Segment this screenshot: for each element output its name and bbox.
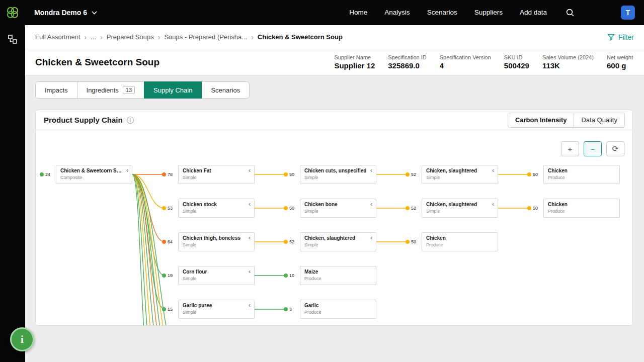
score-dot: [406, 172, 410, 176]
collapse-chevron-icon[interactable]: ‹: [370, 201, 372, 207]
zoom-controls: +−⟳: [561, 141, 624, 156]
node-score: 24: [40, 172, 50, 177]
supply-node-cuts[interactable]: 50Chicken cuts, unspecifiedSimple‹: [300, 165, 376, 184]
node-title: Chicken & Sweetcorn Soup: [60, 168, 128, 173]
supply-chain-diagram: 24Chicken & Sweetcorn SoupComposite‹78Ch…: [36, 130, 632, 325]
supply-node-cornflour[interactable]: 19Corn flourSimple‹: [178, 266, 255, 285]
supply-node-bone[interactable]: 50Chicken boneSimple‹: [300, 199, 376, 218]
supply-node-chicken-c4b[interactable]: 50ChickenProduce: [543, 199, 620, 218]
score-value: 52: [411, 206, 416, 211]
collapse-chevron-icon[interactable]: ‹: [370, 235, 372, 241]
toggle-data-quality[interactable]: Data Quality: [574, 113, 625, 128]
filter-button[interactable]: Filter: [607, 33, 634, 41]
score-value: 53: [168, 206, 173, 211]
breadcrumb-separator: ›: [158, 33, 160, 41]
nav-suppliers[interactable]: Suppliers: [466, 0, 511, 25]
meta-value: 500429: [504, 61, 529, 70]
node-score: 53: [162, 206, 173, 211]
node-title: Chicken: [548, 202, 615, 207]
tab-impacts[interactable]: Impacts: [35, 81, 77, 99]
supply-node-thigh[interactable]: 64Chicken thigh, bonelessSimple‹: [178, 232, 255, 251]
tab-scenarios[interactable]: Scenarios: [201, 81, 250, 99]
collapse-chevron-icon[interactable]: ‹: [126, 167, 128, 173]
node-score: 19: [162, 273, 173, 278]
org-switcher[interactable]: Mondra Demo 6: [34, 9, 97, 17]
supply-node-garlicpuree[interactable]: 15Garlic pureeSimple‹: [178, 300, 255, 319]
supply-node-stock[interactable]: 53Chicken stockSimple‹: [178, 199, 255, 218]
panel-title: Product Supply Chain: [44, 116, 123, 124]
collapse-chevron-icon[interactable]: ‹: [249, 167, 251, 173]
tab-ingredients[interactable]: Ingredients13: [77, 81, 145, 99]
breadcrumb-item-chicken-sweetcorn-soup: Chicken & Sweetcorn Soup: [258, 33, 343, 41]
node-subtitle: Simple: [183, 276, 250, 281]
tab-supply-chain[interactable]: Supply Chain: [144, 81, 202, 99]
score-dot: [406, 206, 410, 210]
node-title: Garlic puree: [183, 303, 250, 308]
node-title: Chicken: [548, 168, 615, 173]
score-dot: [162, 274, 166, 278]
chevron-down-icon: [92, 11, 97, 15]
node-subtitle: Simple: [183, 242, 250, 247]
reset-view-button[interactable]: ⟳: [606, 141, 624, 156]
supply-node-soup[interactable]: 24Chicken & Sweetcorn SoupComposite‹: [56, 165, 132, 184]
meta-sales-volume-2024: Sales Volume (2024)113K: [542, 54, 594, 70]
score-dot: [284, 206, 288, 210]
info-button[interactable]: i: [10, 327, 34, 351]
supply-node-fat[interactable]: 78Chicken FatSimple‹: [178, 165, 255, 184]
breadcrumb-bar: Full Assortment›...›Prepared Soups›Soups…: [25, 25, 644, 49]
collapse-chevron-icon[interactable]: ‹: [492, 201, 494, 207]
score-dot: [527, 206, 531, 210]
supply-node-chicken-c3[interactable]: 50ChickenProduce: [422, 232, 498, 251]
info-icon: i: [21, 333, 24, 346]
score-dot: [40, 172, 44, 176]
nav-home[interactable]: Home: [341, 0, 376, 25]
supply-node-slaughtered-c3b[interactable]: 52Chicken, slaughteredSimple‹: [422, 199, 498, 218]
node-score: 78: [162, 172, 173, 177]
score-value: 52: [289, 239, 294, 244]
node-subtitle: Produce: [304, 276, 372, 281]
breadcrumb-item-[interactable]: ...: [91, 33, 96, 41]
meta-label: Specification ID: [388, 54, 426, 60]
search-button[interactable]: [558, 8, 582, 17]
meta-label: Net weight: [607, 54, 633, 60]
supply-node-garlic[interactable]: 3GarlicProduce: [300, 300, 376, 319]
nav-scenarios[interactable]: Scenarios: [419, 0, 466, 25]
collapse-chevron-icon[interactable]: ‹: [370, 167, 372, 173]
nav-analysis[interactable]: Analysis: [376, 0, 418, 25]
nav-add-data[interactable]: Add data: [511, 0, 555, 25]
edge: [132, 174, 165, 309]
user-avatar[interactable]: T: [621, 6, 635, 20]
collapse-chevron-icon[interactable]: ‹: [249, 201, 251, 207]
zoom-out-button[interactable]: −: [584, 141, 602, 156]
supply-node-slaughtered-c3a[interactable]: 52Chicken, slaughteredSimple‹: [422, 165, 498, 184]
panel-header: Product Supply Chain ⓘ Carbon IntensityD…: [36, 110, 632, 130]
supply-node-maize[interactable]: 10MaizeProduce: [300, 266, 376, 285]
node-title: Chicken cuts, unspecified: [304, 168, 372, 173]
collapse-chevron-icon[interactable]: ‹: [249, 302, 251, 308]
score-dot: [162, 172, 166, 176]
breadcrumb-item-prepared-soups[interactable]: Prepared Soups: [107, 33, 154, 41]
org-name: Mondra Demo 6: [34, 9, 87, 17]
app-logo[interactable]: [0, 0, 25, 25]
node-score: 15: [162, 307, 173, 312]
zoom-in-button[interactable]: +: [561, 141, 579, 156]
breadcrumb-item-full-assortment[interactable]: Full Assortment: [35, 33, 80, 41]
collapse-chevron-icon[interactable]: ‹: [249, 268, 251, 275]
sidebar-item-hierarchy[interactable]: [0, 32, 25, 46]
node-subtitle: Produce: [304, 310, 372, 315]
node-score: 64: [162, 239, 173, 244]
hierarchy-icon: [7, 34, 18, 45]
supply-node-slaughtered-c2[interactable]: 52Chicken, slaughteredSimple‹: [300, 232, 376, 251]
node-subtitle: Simple: [426, 175, 494, 180]
node-subtitle: Composite: [60, 175, 128, 180]
toggle-carbon-intensity[interactable]: Carbon Intensity: [508, 113, 575, 128]
collapse-chevron-icon[interactable]: ‹: [492, 167, 494, 173]
info-circle-icon[interactable]: ⓘ: [127, 117, 134, 124]
supply-node-chicken-c4a[interactable]: 50ChickenProduce: [543, 165, 620, 184]
collapse-chevron-icon[interactable]: ‹: [249, 235, 251, 241]
tab-bar: ImpactsIngredients13Supply ChainScenario…: [25, 75, 644, 105]
score-dot: [162, 240, 166, 244]
score-value: 10: [289, 273, 294, 278]
breadcrumb-item-soups-prepared-perisha[interactable]: Soups - Prepared (Perisha...: [164, 33, 247, 41]
node-score: 50: [527, 206, 538, 211]
